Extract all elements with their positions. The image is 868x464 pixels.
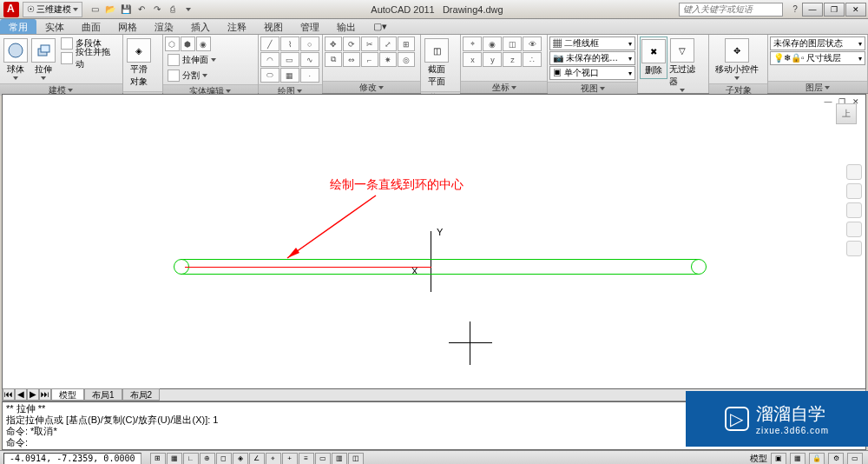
- union-icon[interactable]: ⬡: [165, 36, 180, 51]
- sb-clean-icon[interactable]: ▭: [847, 453, 863, 465]
- layer-state-combo[interactable]: 未保存的图层状态▾: [770, 36, 865, 50]
- sb-annoscale-icon[interactable]: 🔒: [809, 453, 825, 465]
- tab-layout1[interactable]: 布局1: [84, 388, 122, 401]
- scale-icon[interactable]: ⤢: [379, 36, 397, 51]
- 3dosnap-toggle[interactable]: ◈: [233, 453, 248, 465]
- ucs-world-icon[interactable]: ⌖: [463, 36, 482, 51]
- ucs-view-icon[interactable]: 👁: [523, 36, 542, 51]
- tab-view[interactable]: 视图: [255, 19, 292, 34]
- sb-ws-icon[interactable]: ⚙: [828, 453, 844, 465]
- snap-toggle[interactable]: ⊞: [150, 453, 166, 465]
- ducs-toggle[interactable]: ⌖: [266, 453, 281, 465]
- move-icon[interactable]: ✥: [325, 36, 342, 51]
- ucs-origin-icon[interactable]: ◉: [483, 36, 502, 51]
- ucs-y-icon[interactable]: y: [483, 52, 502, 67]
- circle-icon[interactable]: ○: [300, 36, 319, 51]
- ucs-x-icon[interactable]: x: [463, 52, 482, 67]
- subtract-icon[interactable]: ⬢: [181, 36, 195, 51]
- dyn-toggle[interactable]: +: [282, 453, 298, 465]
- qat-new-icon[interactable]: ▭: [88, 3, 102, 17]
- move-gizmo-button[interactable]: ✥ 移动小控件: [711, 36, 763, 82]
- qat-open-icon[interactable]: 📂: [103, 3, 117, 17]
- help-icon[interactable]: ?: [788, 3, 802, 17]
- osnap-toggle[interactable]: ◻: [216, 453, 232, 465]
- qat-undo-icon[interactable]: ↶: [135, 3, 148, 17]
- visual-style-combo[interactable]: ▦ 二维线框▾: [549, 36, 635, 50]
- separate-button[interactable]: 分割: [165, 69, 219, 83]
- tab-render[interactable]: 渲染: [146, 19, 182, 34]
- minimize-button[interactable]: —: [802, 3, 823, 17]
- tab-layout2[interactable]: 布局2: [122, 388, 161, 401]
- extrude-face-button[interactable]: 拉伸面: [165, 53, 219, 67]
- array-icon[interactable]: ⊞: [398, 36, 415, 51]
- intersect-icon[interactable]: ◉: [196, 36, 211, 51]
- viewport-combo[interactable]: ▣ 单个视口▾: [549, 66, 635, 80]
- otrack-toggle[interactable]: ∠: [249, 453, 265, 465]
- layout-last-icon[interactable]: ⏭: [39, 388, 51, 401]
- qat-save-icon[interactable]: 💾: [119, 3, 133, 17]
- model-space-label[interactable]: 模型: [750, 453, 767, 465]
- drawing-area[interactable]: — ❐ ✕ 绘制一条直线到环的中心 Y X 上: [2, 94, 866, 389]
- delete-button[interactable]: ✖ 删除: [640, 36, 667, 79]
- copy-icon[interactable]: ⧉: [325, 52, 342, 67]
- layout-first-icon[interactable]: ⏮: [3, 388, 15, 401]
- point-icon[interactable]: ·: [300, 68, 319, 83]
- tab-solid[interactable]: 实体: [36, 19, 73, 34]
- named-view-combo[interactable]: 📷 未保存的视…▾: [549, 51, 635, 65]
- viewcube-top-face[interactable]: 上: [836, 103, 857, 124]
- rotate-icon[interactable]: ⟳: [343, 36, 360, 51]
- polar-toggle[interactable]: ⊕: [200, 453, 215, 465]
- tab-mesh[interactable]: 网格: [109, 19, 146, 34]
- ucs-z-icon[interactable]: z: [503, 52, 522, 67]
- qat-more-icon[interactable]: [181, 3, 195, 17]
- nav-showmotion-icon[interactable]: [846, 241, 862, 256]
- spline-icon[interactable]: ∿: [300, 52, 319, 67]
- presspull-button[interactable]: 按住并拖动: [58, 51, 121, 65]
- sphere-button[interactable]: 球体: [2, 36, 30, 82]
- lwt-toggle[interactable]: ≡: [299, 453, 314, 465]
- mirror-icon[interactable]: ⇔: [343, 52, 360, 67]
- offset-icon[interactable]: ◎: [398, 52, 415, 67]
- nav-wheel-icon[interactable]: [846, 164, 862, 180]
- ucs-face-icon[interactable]: ◫: [503, 36, 522, 51]
- section-plane-button[interactable]: ◫ 截面 平面: [423, 36, 450, 89]
- smooth-object-button[interactable]: ◈ 平滑 对象: [125, 36, 153, 89]
- trim-icon[interactable]: ✂: [361, 36, 378, 51]
- ortho-toggle[interactable]: ∟: [183, 453, 199, 465]
- sb-layout-icon[interactable]: ▣: [771, 453, 786, 465]
- tab-model-space[interactable]: 模型: [51, 388, 84, 401]
- maximize-button[interactable]: ❐: [824, 3, 845, 17]
- tab-insert[interactable]: 插入: [182, 19, 219, 34]
- sb-qv-icon[interactable]: ▦: [790, 453, 806, 465]
- hatch-icon[interactable]: ▦: [280, 68, 299, 83]
- layout-prev-icon[interactable]: ◀: [15, 388, 27, 401]
- qp-toggle[interactable]: ▥: [332, 453, 347, 465]
- layer-combo[interactable]: 💡❄🔒▫ 尺寸线层▾: [770, 51, 865, 65]
- tab-surface[interactable]: 曲面: [73, 19, 109, 34]
- ucs-3point-icon[interactable]: ∴: [523, 52, 542, 67]
- qat-print-icon[interactable]: ⎙: [166, 3, 180, 17]
- tab-output[interactable]: 输出: [328, 19, 365, 34]
- polyline-icon[interactable]: ⌇: [280, 36, 299, 51]
- tab-manage[interactable]: 管理: [292, 19, 328, 34]
- no-filter-button[interactable]: ▽ 无过滤器: [668, 36, 696, 94]
- rectangle-icon[interactable]: ▭: [280, 52, 299, 67]
- tab-annotate[interactable]: 注释: [219, 19, 255, 34]
- explode-icon[interactable]: ✷: [379, 52, 397, 67]
- nav-zoom-icon[interactable]: [846, 202, 862, 218]
- search-input[interactable]: [679, 3, 783, 17]
- app-icon[interactable]: [3, 2, 19, 17]
- tpy-toggle[interactable]: ▭: [315, 453, 331, 465]
- line-icon[interactable]: ╱: [260, 36, 279, 51]
- viewcube[interactable]: 上: [836, 103, 857, 124]
- nav-orbit-icon[interactable]: [846, 222, 862, 237]
- tab-expand-icon[interactable]: ▢▾: [365, 19, 396, 34]
- nav-pan-icon[interactable]: [846, 183, 862, 199]
- qat-redo-icon[interactable]: ↷: [150, 3, 164, 17]
- coordinate-display[interactable]: -4.0914, -7.2359, 0.0000: [3, 453, 141, 465]
- arc-icon[interactable]: ◠: [260, 52, 279, 67]
- tab-home[interactable]: 常用: [0, 19, 36, 34]
- extrude-button[interactable]: 拉伸: [30, 36, 58, 82]
- workspace-dropdown[interactable]: ☉三维建模: [23, 2, 82, 17]
- grid-toggle[interactable]: ▦: [167, 453, 182, 465]
